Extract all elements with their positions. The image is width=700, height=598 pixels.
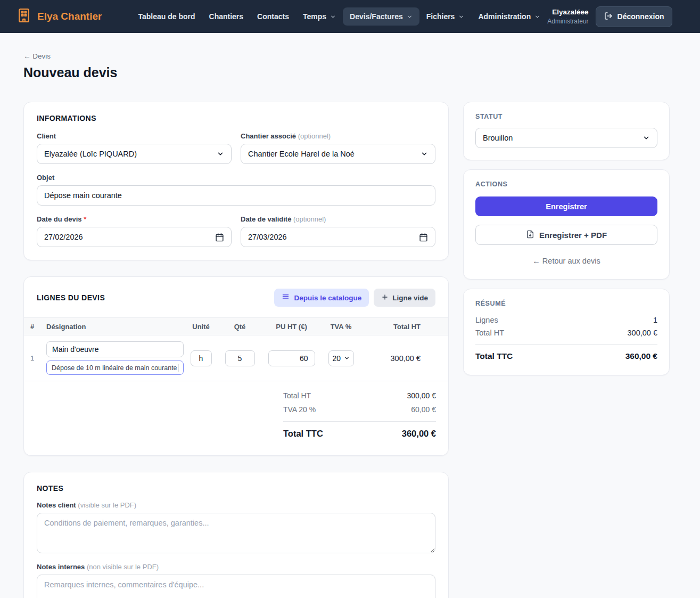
actions-card: ACTIONS Enregistrer Enregistrer + PDF ← … [463,169,670,280]
informations-card: INFORMATIONS Client Elyazalée (Loïc PIQU… [23,102,449,260]
logout-button[interactable]: Déconnexion [596,6,673,27]
nav-item-fichiers[interactable]: Fichiers [419,7,472,26]
chevron-down-icon [330,14,336,20]
notes-client-label: Notes client (visible sur le PDF) [37,501,435,509]
nav-item-label: Temps [303,12,326,21]
statut-select[interactable]: Brouillon [475,128,657,148]
tva-select-value: 20 [333,354,341,363]
row-total-ht: 300,00 € [360,354,421,363]
pu-ht-input[interactable] [268,350,315,366]
date-devis-label: Date du devis * [37,215,232,223]
notes-internes-group: Notes internes (non visible sur le PDF) [37,563,435,598]
statut-select-value: Brouillon [483,134,513,142]
resume-lignes-value: 1 [653,316,657,324]
notes-client-textarea[interactable] [37,513,435,553]
date-devis-field-group: Date du devis * 27/02/2026 [37,215,232,247]
notes-client-hint: (visible sur le PDF) [78,501,136,509]
calendar-icon[interactable] [215,233,224,242]
total-ttc-label: Total TTC [283,429,323,439]
save-pdf-button[interactable]: Enregistrer + PDF [475,225,657,245]
nav-item-temps[interactable]: Temps [296,7,343,26]
lines-table-header: # Désignation Unité Qté PU HT (€) TVA % … [24,317,448,335]
user-block: Elyazaléee Administrateur [547,8,588,25]
brand-logo[interactable]: Elya Chantier [16,7,102,26]
table-row: 1 Dépose de 10 m linéaire de main couran… [24,335,448,381]
notes-client-group: Notes client (visible sur le PDF) [37,501,435,553]
date-devis-input[interactable]: 27/02/2026 [37,227,232,247]
calendar-icon[interactable] [419,233,428,242]
chantier-field-group: Chantier associé (optionnel) Chantier Ec… [241,132,435,164]
lignes-buttons: Depuis le catalogue Ligne vide [274,289,435,307]
column-header-unite: Unité [184,323,218,331]
nav-item-administration[interactable]: Administration [471,7,547,26]
nav-item-devis-factures[interactable]: Devis/Factures [343,7,419,26]
notes-internes-hint: (non visible sur le PDF) [87,563,159,571]
lignes-devis-card: LIGNES DU DEVIS Depuis le catalogue Lign… [23,276,449,456]
plus-icon [381,293,389,302]
client-select-value: Elyazalée (Loïc PIQUARD) [44,150,137,158]
tva-select[interactable]: 20 [328,350,354,366]
column-header-total-ht: Total HT [360,323,421,331]
column-header-tva: TVA % [322,323,360,331]
date-devis-value: 27/02/2026 [44,233,83,241]
nav-item-label: Contacts [257,12,289,21]
chantier-hint: (optionnel) [298,132,331,140]
column-header-qte: Qté [218,323,261,331]
unite-input[interactable] [191,350,212,366]
resume-card: RÉSUMÉ Lignes 1 Total HT 300,00 € Total … [463,289,670,375]
chantier-label: Chantier associé (optionnel) [241,132,435,140]
total-ht-value: 300,00 € [407,391,437,400]
row-number: 1 [30,354,46,362]
catalog-button-label: Depuis le catalogue [294,294,361,302]
nav-item-label: Devis/Factures [350,12,403,21]
date-validite-input[interactable]: 27/03/2026 [241,227,435,247]
user-name: Elyazaléee [547,8,588,16]
back-to-devis-link[interactable]: ← Retour aux devis [475,257,657,265]
client-label: Client [37,132,232,140]
breadcrumb-back-devis[interactable]: ← Devis [23,52,51,60]
lignes-heading: LIGNES DU DEVIS [37,293,105,302]
chevron-down-icon [344,354,350,363]
total-ttc-value: 360,00 € [402,429,436,439]
total-ht-row: Total HT 300,00 € [283,389,436,403]
resume-total-ht-row: Total HT 300,00 € [475,326,657,339]
text-caret [178,364,178,372]
tva-value: 60,00 € [411,405,436,414]
empty-line-button-label: Ligne vide [392,294,428,302]
qte-input[interactable] [225,350,255,366]
chevron-down-icon [421,150,428,158]
resume-lignes-row: Lignes 1 [475,314,657,326]
chantier-select[interactable]: Chantier Ecole Harel de la Noé [241,144,435,164]
nav-item-label: Tableau de bord [138,12,195,21]
column-header-designation: Désignation [46,323,184,331]
objet-label: Objet [37,174,435,182]
resume-heading: RÉSUMÉ [475,300,657,307]
designation-input[interactable] [46,341,184,357]
resume-lignes-label: Lignes [475,316,498,324]
save-button[interactable]: Enregistrer [475,196,657,216]
file-down-icon [526,230,534,240]
log-out-icon [604,12,613,22]
nav-item-chantiers[interactable]: Chantiers [202,7,251,26]
description-input[interactable]: Dépose de 10 m linéaire de main courante [46,361,184,375]
empty-line-button[interactable]: Ligne vide [374,289,435,307]
notes-internes-textarea[interactable] [37,575,435,598]
resume-total-ttc-value: 360,00 € [625,351,657,361]
page-content: ← Devis Nouveau devis INFORMATIONS Clien… [0,33,700,598]
list-icon [282,293,290,302]
designation-cell: Dépose de 10 m linéaire de main courante [46,341,184,375]
chantier-select-value: Chantier Ecole Harel de la Noé [248,150,355,158]
client-select[interactable]: Elyazalée (Loïc PIQUARD) [37,144,232,164]
nav-item-contacts[interactable]: Contacts [250,7,296,26]
objet-field-group: Objet [37,174,435,206]
tva-label: TVA 20 % [283,405,316,414]
nav-item-tableau-de-bord[interactable]: Tableau de bord [131,7,202,26]
brand-name: Elya Chantier [37,11,102,22]
objet-input[interactable] [37,185,435,206]
main-nav: Tableau de bord Chantiers Contacts Temps… [131,7,547,26]
save-pdf-label: Enregistrer + PDF [539,231,607,240]
catalog-button[interactable]: Depuis le catalogue [274,289,369,307]
informations-heading: INFORMATIONS [37,114,435,122]
notes-internes-label: Notes internes (non visible sur le PDF) [37,563,435,571]
client-field-group: Client Elyazalée (Loïc PIQUARD) [37,132,232,164]
